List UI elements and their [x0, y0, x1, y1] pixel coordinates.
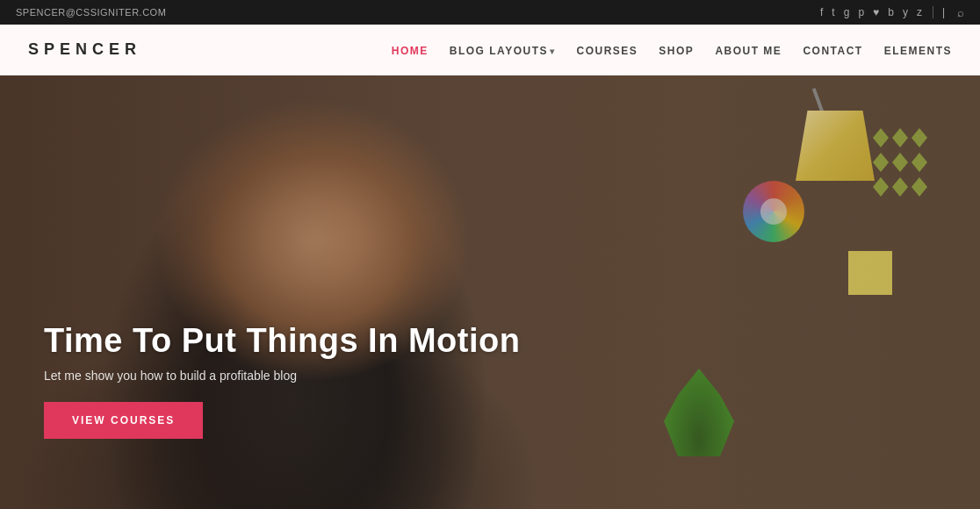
search-divider: | — [933, 6, 945, 18]
hero-cta-button[interactable]: VIEW COURSES — [44, 402, 203, 439]
hero-overlay — [0, 75, 980, 509]
nav-link-blog-layouts[interactable]: BLOG LAYOUTS▾ — [450, 45, 556, 57]
nav-link-courses[interactable]: COURSES — [577, 45, 638, 57]
nav-links: HOME BLOG LAYOUTS▾ COURSES SHOP ABOUT ME… — [392, 42, 952, 58]
nav-link-shop[interactable]: SHOP — [659, 45, 694, 57]
top-bar-social-area: f t g p ♥ b y z | ⌕ — [820, 6, 964, 19]
bloglovin-icon[interactable]: b — [888, 6, 894, 18]
nav-item-contact[interactable]: CONTACT — [803, 42, 862, 58]
heart-icon[interactable]: ♥ — [873, 6, 879, 18]
hero-section: Time To Put Things In Motion Let me show… — [0, 75, 980, 509]
pinterest-icon[interactable]: p — [858, 6, 864, 18]
top-bar: SPENCER@CSSIGNITER.COM f t g p ♥ b y z |… — [0, 0, 980, 25]
nav-item-blog-layouts[interactable]: BLOG LAYOUTS▾ — [450, 42, 556, 58]
nav-item-home[interactable]: HOME — [392, 42, 429, 58]
twitter-icon[interactable]: t — [832, 6, 834, 18]
nav-item-shop[interactable]: SHOP — [659, 42, 694, 58]
hero-subtitle: Let me show you how to build a profitabl… — [44, 369, 520, 383]
dropdown-arrow-icon: ▾ — [550, 47, 556, 56]
nav-item-courses[interactable]: COURSES — [577, 42, 638, 58]
nav-bar: SPENCER HOME BLOG LAYOUTS▾ COURSES SHOP … — [0, 25, 980, 75]
hero-content: Time To Put Things In Motion Let me show… — [44, 323, 520, 439]
nav-link-elements[interactable]: ELEMENTS — [884, 45, 952, 57]
youtube-icon[interactable]: y — [903, 6, 908, 18]
google-icon[interactable]: g — [844, 6, 850, 18]
nav-link-contact[interactable]: CONTACT — [803, 45, 862, 57]
nav-link-about-me[interactable]: ABOUT ME — [715, 45, 782, 57]
search-icon[interactable]: ⌕ — [957, 6, 964, 19]
facebook-icon[interactable]: f — [820, 6, 823, 18]
nav-item-elements[interactable]: ELEMENTS — [884, 42, 952, 58]
nav-item-about-me[interactable]: ABOUT ME — [715, 42, 782, 58]
rss-icon[interactable]: z — [917, 6, 922, 18]
top-bar-email: SPENCER@CSSIGNITER.COM — [16, 7, 166, 18]
nav-link-home[interactable]: HOME — [392, 45, 429, 57]
hero-title: Time To Put Things In Motion — [44, 323, 520, 360]
site-logo[interactable]: SPENCER — [28, 40, 141, 59]
